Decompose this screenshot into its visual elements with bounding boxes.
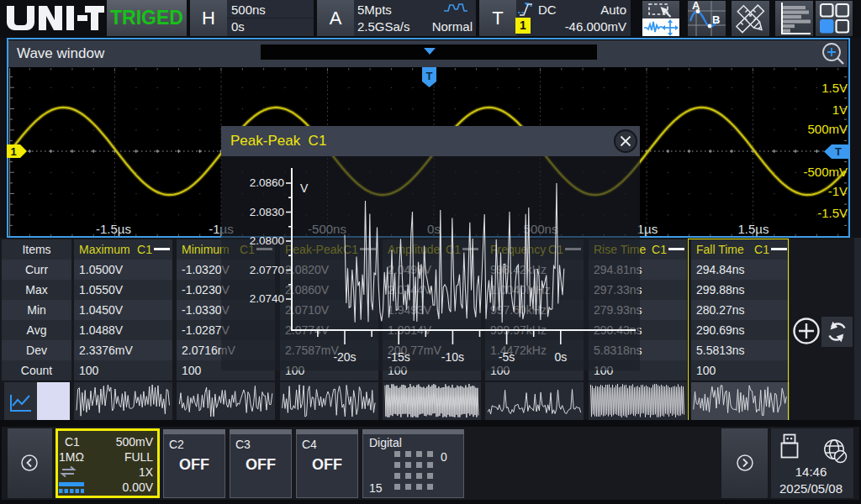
svg-text:A: A <box>692 1 700 12</box>
svg-text:T: T <box>835 145 842 158</box>
svg-text:V: V <box>300 181 309 195</box>
svg-text:B: B <box>712 13 720 26</box>
svg-text:1: 1 <box>10 145 16 158</box>
svg-text:T: T <box>426 70 433 82</box>
